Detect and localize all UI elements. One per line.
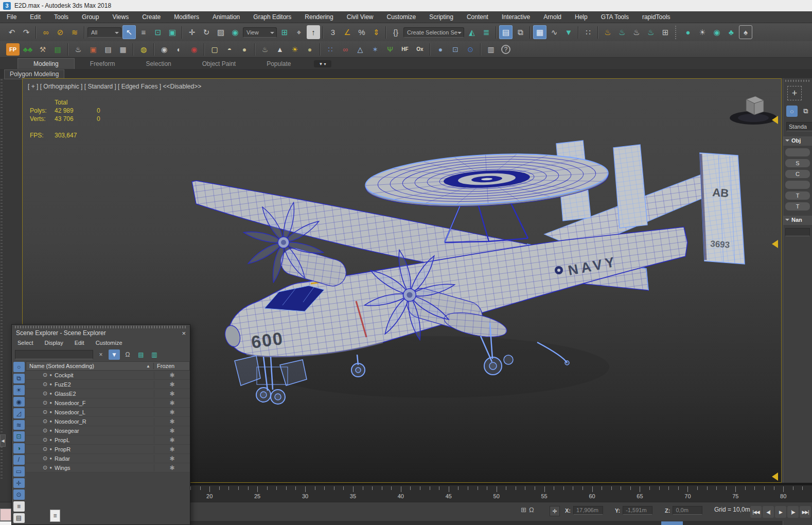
teapot-render-icon[interactable]: ♨: [72, 43, 85, 56]
object-name[interactable]: Nosedoor_R: [55, 418, 154, 425]
menu-item[interactable]: Modifiers: [167, 11, 206, 23]
ribbon-minimize-button[interactable]: ▼ ▾: [314, 60, 331, 67]
trees-icon[interactable]: ♣: [725, 25, 738, 39]
frozen-snowflake-icon[interactable]: ✱: [154, 399, 190, 407]
tree-box-icon[interactable]: ♠: [739, 25, 752, 39]
list-view-icon[interactable]: ≡: [13, 501, 25, 512]
daylight-sun-icon[interactable]: ☀: [288, 43, 302, 56]
menu-item[interactable]: Help: [568, 11, 594, 23]
object-name[interactable]: GlassE2: [55, 391, 154, 397]
primitive-button[interactable]: S: [785, 159, 810, 167]
viewcube[interactable]: [730, 96, 777, 125]
menu-item[interactable]: Group: [75, 11, 105, 23]
toolbar-separator[interactable]: [496, 26, 497, 39]
close-icon[interactable]: ×: [182, 329, 186, 337]
window-crossing-icon[interactable]: ▣: [166, 25, 179, 39]
transform-typein-icon[interactable]: ✛: [550, 506, 560, 516]
menu-item[interactable]: Interactive: [495, 11, 537, 23]
toolbar-separator[interactable]: [480, 43, 481, 56]
render-presets-icon[interactable]: ▤: [101, 43, 115, 56]
previous-frame-button[interactable]: ◀|: [763, 506, 774, 518]
toolbar-separator[interactable]: [323, 26, 324, 39]
pyramid-icon[interactable]: △: [354, 43, 367, 56]
object-name[interactable]: Nosedoor_L: [55, 409, 154, 415]
frozen-snowflake-icon[interactable]: ✱: [154, 464, 190, 471]
menu-item[interactable]: GTA Tools: [594, 11, 636, 23]
panel-collapse-button[interactable]: ◀: [0, 434, 6, 447]
toolbar-separator[interactable]: [254, 43, 255, 56]
object-name[interactable]: Radar: [55, 456, 154, 462]
selection-lock-icon[interactable]: Ω: [529, 506, 534, 514]
mini-listener-pink[interactable]: [0, 509, 11, 521]
menu-item[interactable]: File: [0, 11, 23, 23]
menu-item[interactable]: rapidTools: [636, 11, 677, 23]
select-and-rotate-icon[interactable]: ↻: [200, 25, 213, 39]
panel-drag-handle[interactable]: [785, 80, 810, 82]
filter-visibility-icon[interactable]: ⊙: [13, 489, 25, 500]
primitive-button[interactable]: [785, 181, 810, 189]
name-column-header[interactable]: Name (Sorted Ascending): [29, 363, 94, 369]
menu-item[interactable]: Customize: [380, 11, 423, 23]
menu-item[interactable]: Edit: [23, 11, 47, 23]
scatter-icon[interactable]: ∷: [324, 43, 337, 56]
ox-icon[interactable]: Ox: [413, 43, 427, 56]
sphere-primitive-icon[interactable]: ●: [238, 43, 251, 56]
selection-set-dropdown[interactable]: Create Selection Se: [403, 27, 464, 38]
dome-primitive-icon[interactable]: ◓: [223, 43, 236, 56]
table-header[interactable]: Name (Sorted Ascending) ▲ Frozen: [26, 361, 190, 371]
visibility-eye-icon[interactable]: ⊙: [43, 446, 47, 452]
ribbon-tab[interactable]: Selection: [130, 59, 186, 69]
ribbon-tab[interactable]: Freeform: [75, 59, 131, 69]
table-row[interactable]: ⊙ ● FuzE2 ✱: [26, 380, 190, 389]
table-row[interactable]: ⊙ ● Wings ✱: [26, 463, 190, 472]
particle-view-icon[interactable]: ∷: [581, 25, 595, 39]
toolbar-separator[interactable]: [320, 43, 321, 56]
tab-create[interactable]: ○: [786, 106, 798, 117]
teapot-wire-icon[interactable]: ♨: [258, 43, 272, 56]
keyboard-override-icon[interactable]: ↑: [307, 25, 320, 39]
toolbar-separator[interactable]: [67, 43, 68, 56]
filter-move-icon[interactable]: ✛: [13, 478, 25, 488]
menu-item[interactable]: Create: [135, 11, 167, 23]
table-row[interactable]: ⊙ ● Nosedoor_R ✱: [26, 417, 190, 426]
object-name[interactable]: Cockpit: [55, 372, 154, 378]
filter-containers-icon[interactable]: ▭: [13, 466, 25, 477]
angle-snap-icon[interactable]: ∠: [341, 25, 354, 39]
camera-icon[interactable]: ◉: [710, 25, 723, 39]
y-coordinate-field[interactable]: -1,591m: [623, 506, 652, 515]
select-and-manipulate-icon[interactable]: ⌖: [292, 25, 306, 39]
material-editor-icon[interactable]: ▣: [86, 43, 100, 56]
clipboard-icon[interactable]: ▥: [484, 43, 498, 56]
filter-helpers-icon[interactable]: ◿: [13, 408, 25, 418]
plane-primitive-icon[interactable]: ▢: [208, 43, 221, 56]
filter-groups-icon[interactable]: ⊡: [13, 431, 25, 442]
visibility-eye-icon[interactable]: ⊙: [43, 455, 47, 462]
mountain-icon[interactable]: ▲: [273, 43, 287, 56]
aircraft-wireframe[interactable]: AB 3693 600 NAVY: [192, 141, 745, 404]
snaps-toggle-3d-icon[interactable]: 3: [326, 25, 340, 39]
scene-explorer-menu-item[interactable]: Edit: [69, 340, 90, 346]
filter-bones-icon[interactable]: /: [13, 455, 25, 465]
select-by-name-icon[interactable]: ≡: [137, 25, 150, 39]
isolate-selection-icon[interactable]: ⊞: [521, 506, 526, 514]
camera-half-icon[interactable]: ◐: [172, 43, 186, 56]
go-to-start-button[interactable]: |◀◀: [750, 506, 762, 518]
play-button[interactable]: ▶: [775, 506, 786, 518]
z-coordinate-field[interactable]: 0,0m: [673, 506, 702, 515]
table-row[interactable]: ⊙ ● Nosedoor_F ✱: [26, 398, 190, 408]
reference-coordinate-dropdown[interactable]: View: [243, 27, 277, 38]
x-coordinate-field[interactable]: 17,906m: [573, 506, 603, 515]
filter-cameras-icon[interactable]: ◉: [13, 397, 25, 407]
rendered-frame-window-icon[interactable]: ♨: [615, 25, 629, 39]
visibility-eye-icon[interactable]: ⊙: [43, 399, 47, 406]
menu-item[interactable]: Graph Editors: [246, 11, 298, 23]
sphere-blue-icon[interactable]: ●: [434, 43, 447, 56]
select-and-move-icon[interactable]: ✛: [185, 25, 199, 39]
redo-icon[interactable]: ↷: [20, 25, 33, 39]
next-frame-button[interactable]: |▶: [787, 506, 799, 518]
menu-item[interactable]: Arnold: [537, 11, 568, 23]
select-object-icon[interactable]: ↖: [122, 25, 136, 39]
toolbar-separator[interactable]: [133, 43, 134, 56]
rock-icon[interactable]: ✶: [368, 43, 382, 56]
toolbar-separator[interactable]: [204, 43, 205, 56]
